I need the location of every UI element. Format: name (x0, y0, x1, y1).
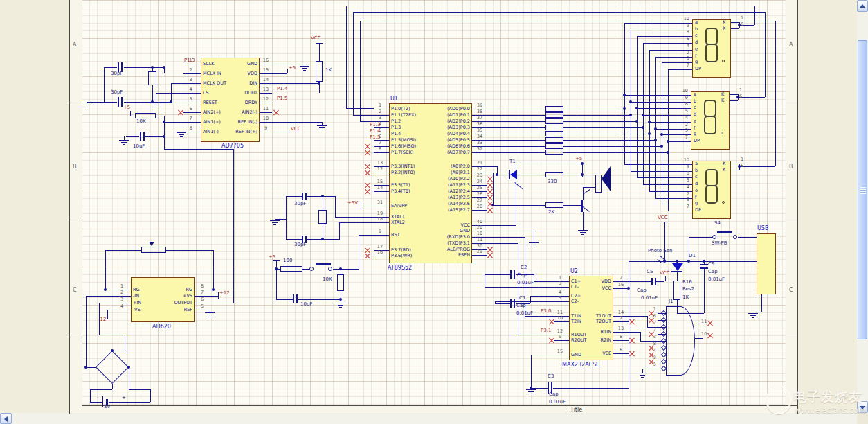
net-label: P1.4 (370, 129, 380, 134)
ground-symbol (529, 242, 539, 248)
resistor[interactable] (545, 202, 563, 208)
pin-stub (684, 69, 692, 70)
capacitor-plate (305, 193, 307, 200)
wire (276, 299, 293, 300)
pin-number: 9 (680, 96, 688, 100)
resistor[interactable] (545, 172, 563, 177)
sheet-border-line (568, 405, 568, 414)
pin-number: 6 (615, 348, 627, 353)
junction-dot (163, 66, 165, 69)
title-block-label: Title (570, 407, 582, 413)
digit-eight-upper (704, 100, 716, 117)
net-label: -12 (98, 317, 106, 322)
net-label: P1.5 (370, 135, 380, 140)
wire (105, 290, 116, 290)
no-erc-marker (487, 251, 494, 258)
pin-number: 7 (615, 316, 627, 321)
pin-label: VCC (570, 286, 611, 291)
pin-number: 1 (649, 307, 656, 312)
sheet-border-line (786, 220, 797, 220)
horizontal-scrollbar[interactable] (0, 413, 857, 424)
wire (695, 326, 703, 326)
vertical-scrollbar-thumb[interactable] (858, 40, 867, 339)
pin-number: 2 (615, 276, 627, 281)
pin-number: 28 (473, 204, 486, 209)
segment-letter: e (694, 119, 696, 124)
resistor[interactable] (337, 274, 344, 291)
arrow-down-icon (860, 406, 865, 409)
resistor[interactable] (545, 131, 563, 136)
wire (624, 164, 684, 165)
junction-dot (667, 151, 669, 154)
junction-dot (104, 288, 107, 291)
pin-number: 4 (649, 348, 656, 353)
resistor[interactable] (545, 118, 563, 124)
sheet-border-line (786, 337, 797, 337)
pin-number: 8 (681, 171, 689, 176)
vertical-scrollbar[interactable] (857, 0, 868, 413)
junction-dot (629, 100, 632, 103)
resistor[interactable] (545, 112, 563, 118)
value-label: 0.01uF (641, 296, 658, 301)
resistor[interactable] (545, 137, 563, 143)
pin-number: 2 (116, 290, 128, 295)
resistor[interactable] (545, 125, 563, 130)
value-label: 10uF (133, 144, 145, 149)
segment-letter: c (695, 33, 698, 38)
pin-number: 39 (473, 103, 486, 108)
resistor[interactable] (545, 150, 563, 155)
pin-label: (A10)P2.2 (428, 177, 470, 182)
wire (525, 316, 554, 317)
wire (90, 402, 102, 403)
scroll-left-button[interactable] (0, 413, 12, 424)
junction-dot (660, 145, 663, 148)
wire (104, 67, 105, 102)
ground-symbol (300, 66, 309, 71)
wire (102, 396, 103, 407)
net-label: VCC (658, 215, 668, 220)
pin-label: RST (391, 233, 400, 238)
arrow-left-icon (4, 416, 8, 422)
wire (563, 175, 582, 175)
junction-dot (642, 114, 644, 116)
value-label: C2 (521, 265, 527, 270)
no-erc-marker (707, 319, 714, 326)
resistor[interactable] (673, 281, 680, 300)
resistor[interactable] (545, 106, 563, 112)
scroll-up-button[interactable] (857, 0, 868, 12)
value-label: R16 (682, 280, 692, 285)
wire (272, 122, 322, 123)
wire (518, 243, 518, 335)
resistor[interactable] (141, 247, 166, 253)
wire (346, 6, 347, 108)
scroll-down-button[interactable] (857, 401, 868, 413)
usb-connector[interactable] (757, 233, 776, 294)
pin-stub (183, 132, 201, 132)
capacitor-plate (510, 299, 512, 308)
pin-number: 13 (261, 87, 271, 92)
segment-letter: DP (694, 139, 700, 143)
resistor[interactable] (316, 61, 323, 82)
pin-stub (554, 287, 569, 288)
pin-number: 9 (681, 24, 689, 28)
pin-label: C2+ (571, 294, 581, 299)
pin-stub (472, 152, 487, 153)
resistor[interactable] (135, 113, 156, 118)
resistor[interactable] (280, 266, 302, 272)
junction-dot (151, 66, 154, 69)
resistor[interactable] (545, 143, 563, 149)
pin-label: EA/VPP (391, 204, 407, 209)
pin-label: REF IN(+) (216, 130, 257, 134)
pin-number: 16 (615, 283, 627, 288)
component-outline[interactable] (148, 71, 156, 85)
db9-connector[interactable] (666, 306, 695, 376)
wire (126, 136, 139, 137)
pin-label: DRDY (216, 100, 257, 105)
segment-letter: a (695, 20, 698, 25)
pin-number: 6 (739, 94, 742, 99)
component-outline[interactable] (595, 175, 602, 193)
wire (677, 272, 678, 281)
wire (319, 43, 320, 61)
wire (487, 166, 497, 167)
component-outline[interactable] (318, 210, 327, 224)
